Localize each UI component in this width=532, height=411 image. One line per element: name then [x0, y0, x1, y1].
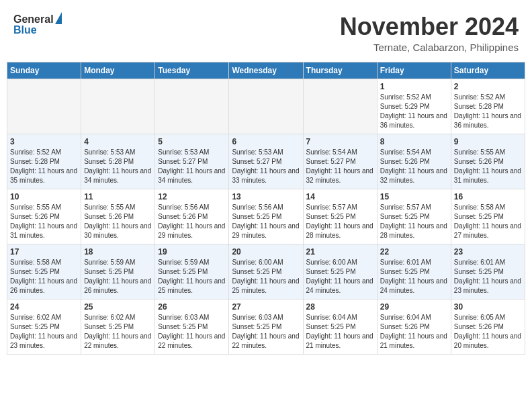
- calendar-week-row: 1Sunrise: 5:52 AM Sunset: 5:29 PM Daylig…: [7, 79, 525, 134]
- day-info: Sunrise: 6:02 AM Sunset: 5:25 PM Dayligh…: [84, 313, 152, 351]
- day-number: 26: [158, 302, 226, 312]
- calendar-cell: 16Sunrise: 5:58 AM Sunset: 5:25 PM Dayli…: [451, 189, 525, 244]
- day-info: Sunrise: 5:55 AM Sunset: 5:26 PM Dayligh…: [454, 148, 522, 185]
- day-info: Sunrise: 5:56 AM Sunset: 5:25 PM Dayligh…: [232, 203, 300, 240]
- page-header: General Blue November 2024 Ternate, Cala…: [7, 7, 525, 56]
- calendar-week-row: 24Sunrise: 6:02 AM Sunset: 5:25 PM Dayli…: [7, 299, 525, 354]
- calendar-cell: 18Sunrise: 5:59 AM Sunset: 5:25 PM Dayli…: [81, 244, 155, 299]
- day-number: 27: [232, 302, 300, 312]
- day-header-monday: Monday: [81, 62, 155, 79]
- day-number: 3: [10, 137, 78, 146]
- day-info: Sunrise: 6:00 AM Sunset: 5:25 PM Dayligh…: [232, 258, 300, 295]
- day-info: Sunrise: 6:02 AM Sunset: 5:25 PM Dayligh…: [10, 313, 78, 351]
- day-info: Sunrise: 5:59 AM Sunset: 5:25 PM Dayligh…: [158, 258, 226, 295]
- day-header-sunday: Sunday: [7, 62, 81, 79]
- day-number: 23: [454, 247, 522, 257]
- calendar-cell: 23Sunrise: 6:01 AM Sunset: 5:25 PM Dayli…: [451, 244, 525, 299]
- month-title: November 2024: [340, 13, 519, 40]
- calendar-cell: [155, 79, 229, 134]
- day-number: 19: [158, 247, 226, 257]
- day-info: Sunrise: 6:01 AM Sunset: 5:25 PM Dayligh…: [380, 258, 448, 295]
- day-header-friday: Friday: [377, 62, 451, 79]
- calendar-cell: 19Sunrise: 5:59 AM Sunset: 5:25 PM Dayli…: [155, 244, 229, 299]
- day-number: 17: [10, 247, 78, 257]
- day-number: 13: [232, 192, 300, 201]
- day-info: Sunrise: 5:52 AM Sunset: 5:28 PM Dayligh…: [10, 148, 78, 185]
- day-number: 18: [84, 247, 152, 257]
- day-number: 9: [454, 137, 522, 146]
- calendar-cell: 12Sunrise: 5:56 AM Sunset: 5:26 PM Dayli…: [155, 189, 229, 244]
- day-info: Sunrise: 5:53 AM Sunset: 5:27 PM Dayligh…: [158, 148, 226, 185]
- day-info: Sunrise: 6:04 AM Sunset: 5:26 PM Dayligh…: [380, 313, 448, 351]
- day-number: 28: [306, 302, 374, 312]
- day-header-tuesday: Tuesday: [155, 62, 229, 79]
- calendar-cell: 13Sunrise: 5:56 AM Sunset: 5:25 PM Dayli…: [229, 189, 303, 244]
- calendar-cell: 8Sunrise: 5:54 AM Sunset: 5:26 PM Daylig…: [377, 134, 451, 189]
- day-number: 5: [158, 137, 226, 146]
- day-number: 10: [10, 192, 78, 201]
- day-number: 6: [232, 137, 300, 146]
- calendar-cell: 7Sunrise: 5:54 AM Sunset: 5:27 PM Daylig…: [303, 134, 377, 189]
- day-info: Sunrise: 6:03 AM Sunset: 5:25 PM Dayligh…: [232, 313, 300, 351]
- calendar-cell: 30Sunrise: 6:05 AM Sunset: 5:26 PM Dayli…: [451, 299, 525, 354]
- title-block: November 2024 Ternate, Calabarzon, Phili…: [340, 13, 519, 53]
- calendar-cell: [81, 79, 155, 134]
- day-info: Sunrise: 5:52 AM Sunset: 5:28 PM Dayligh…: [454, 93, 522, 130]
- logo-triangle-icon: [55, 12, 62, 24]
- day-info: Sunrise: 5:54 AM Sunset: 5:26 PM Dayligh…: [380, 148, 448, 185]
- day-number: 15: [380, 192, 448, 201]
- calendar-cell: 10Sunrise: 5:55 AM Sunset: 5:26 PM Dayli…: [7, 189, 81, 244]
- day-number: 20: [232, 247, 300, 257]
- day-number: 25: [84, 302, 152, 312]
- day-info: Sunrise: 5:57 AM Sunset: 5:25 PM Dayligh…: [306, 203, 374, 240]
- calendar-cell: 4Sunrise: 5:53 AM Sunset: 5:28 PM Daylig…: [81, 134, 155, 189]
- day-info: Sunrise: 6:01 AM Sunset: 5:25 PM Dayligh…: [454, 258, 522, 295]
- calendar-cell: 3Sunrise: 5:52 AM Sunset: 5:28 PM Daylig…: [7, 134, 81, 189]
- calendar-cell: 21Sunrise: 6:00 AM Sunset: 5:25 PM Dayli…: [303, 244, 377, 299]
- day-number: 21: [306, 247, 374, 257]
- calendar-cell: 17Sunrise: 5:58 AM Sunset: 5:25 PM Dayli…: [7, 244, 81, 299]
- calendar-cell: 2Sunrise: 5:52 AM Sunset: 5:28 PM Daylig…: [451, 79, 525, 134]
- day-info: Sunrise: 5:52 AM Sunset: 5:29 PM Dayligh…: [380, 93, 448, 130]
- day-info: Sunrise: 5:59 AM Sunset: 5:25 PM Dayligh…: [84, 258, 152, 295]
- calendar-cell: [303, 79, 377, 134]
- day-number: 14: [306, 192, 374, 201]
- calendar-cell: 5Sunrise: 5:53 AM Sunset: 5:27 PM Daylig…: [155, 134, 229, 189]
- day-number: 2: [454, 82, 522, 91]
- day-info: Sunrise: 6:03 AM Sunset: 5:25 PM Dayligh…: [158, 313, 226, 351]
- calendar-week-row: 3Sunrise: 5:52 AM Sunset: 5:28 PM Daylig…: [7, 134, 525, 189]
- day-info: Sunrise: 5:53 AM Sunset: 5:28 PM Dayligh…: [84, 148, 152, 185]
- calendar-cell: 29Sunrise: 6:04 AM Sunset: 5:26 PM Dayli…: [377, 299, 451, 354]
- calendar-cell: 25Sunrise: 6:02 AM Sunset: 5:25 PM Dayli…: [81, 299, 155, 354]
- day-info: Sunrise: 5:55 AM Sunset: 5:26 PM Dayligh…: [10, 203, 78, 240]
- calendar-cell: [7, 79, 81, 134]
- calendar-cell: 27Sunrise: 6:03 AM Sunset: 5:25 PM Dayli…: [229, 299, 303, 354]
- day-header-thursday: Thursday: [303, 62, 377, 79]
- day-info: Sunrise: 6:05 AM Sunset: 5:26 PM Dayligh…: [454, 313, 522, 351]
- calendar-cell: 15Sunrise: 5:57 AM Sunset: 5:25 PM Dayli…: [377, 189, 451, 244]
- day-number: 22: [380, 247, 448, 257]
- calendar-cell: 1Sunrise: 5:52 AM Sunset: 5:29 PM Daylig…: [377, 79, 451, 134]
- day-info: Sunrise: 5:56 AM Sunset: 5:26 PM Dayligh…: [158, 203, 226, 240]
- day-info: Sunrise: 5:54 AM Sunset: 5:27 PM Dayligh…: [306, 148, 374, 185]
- calendar-cell: 28Sunrise: 6:04 AM Sunset: 5:25 PM Dayli…: [303, 299, 377, 354]
- day-info: Sunrise: 5:57 AM Sunset: 5:25 PM Dayligh…: [380, 203, 448, 240]
- day-number: 11: [84, 192, 152, 201]
- day-number: 29: [380, 302, 448, 312]
- calendar-cell: 26Sunrise: 6:03 AM Sunset: 5:25 PM Dayli…: [155, 299, 229, 354]
- calendar-cell: 14Sunrise: 5:57 AM Sunset: 5:25 PM Dayli…: [303, 189, 377, 244]
- logo: General Blue: [13, 13, 62, 36]
- calendar-week-row: 17Sunrise: 5:58 AM Sunset: 5:25 PM Dayli…: [7, 244, 525, 299]
- calendar-cell: 9Sunrise: 5:55 AM Sunset: 5:26 PM Daylig…: [451, 134, 525, 189]
- day-header-saturday: Saturday: [451, 62, 525, 79]
- day-header-wednesday: Wednesday: [229, 62, 303, 79]
- day-info: Sunrise: 5:58 AM Sunset: 5:25 PM Dayligh…: [454, 203, 522, 240]
- day-number: 4: [84, 137, 152, 146]
- day-info: Sunrise: 6:04 AM Sunset: 5:25 PM Dayligh…: [306, 313, 374, 351]
- calendar-cell: 22Sunrise: 6:01 AM Sunset: 5:25 PM Dayli…: [377, 244, 451, 299]
- day-number: 30: [454, 302, 522, 312]
- calendar-week-row: 10Sunrise: 5:55 AM Sunset: 5:26 PM Dayli…: [7, 189, 525, 244]
- calendar-cell: 20Sunrise: 6:00 AM Sunset: 5:25 PM Dayli…: [229, 244, 303, 299]
- day-number: 16: [454, 192, 522, 201]
- calendar-cell: 24Sunrise: 6:02 AM Sunset: 5:25 PM Dayli…: [7, 299, 81, 354]
